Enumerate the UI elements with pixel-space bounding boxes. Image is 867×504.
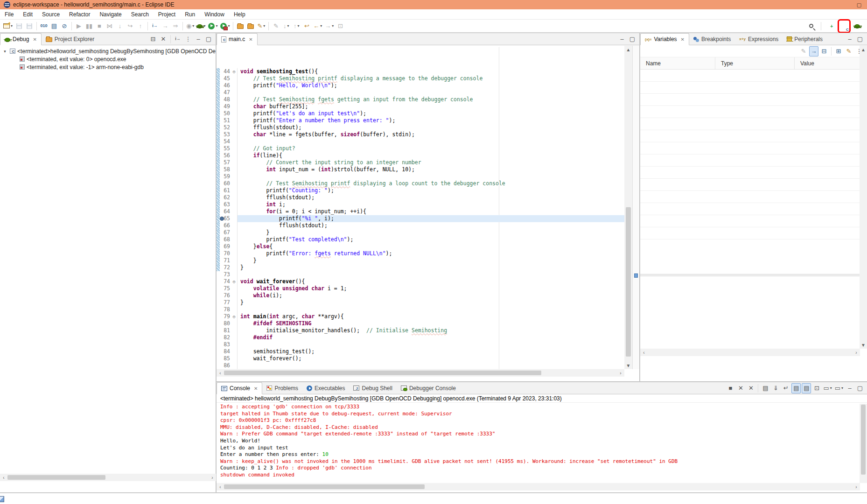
show-logical-structures-button[interactable]: → <box>809 46 818 56</box>
code-line-49[interactable]: 49 char buffer[255]; <box>217 103 624 110</box>
collapse-all-button[interactable]: ⊟ <box>148 34 158 44</box>
collapse-all-button[interactable]: ⊟ <box>819 46 829 56</box>
code-line-76[interactable]: 76 while(i); <box>217 292 624 299</box>
debug-button[interactable]: ▾ <box>196 21 206 31</box>
overview-ruler[interactable] <box>632 46 639 369</box>
pin-console-button[interactable]: ⊡ <box>812 383 821 393</box>
code-line-56[interactable]: 56 if(line){ <box>217 152 624 159</box>
edit-variable-button[interactable]: ✎ <box>844 46 853 56</box>
scroll-up-icon[interactable]: ▲ <box>860 46 867 53</box>
launch-tool-button[interactable]: ✎▾ <box>256 21 266 31</box>
dropdown-arrow-icon[interactable]: ▾ <box>332 24 334 28</box>
tab-debugger-console[interactable]: Debugger Console <box>397 382 460 394</box>
code-line-78[interactable]: 78 <box>217 306 624 313</box>
debug-hscrollbar[interactable]: ‹ › <box>0 474 216 481</box>
code-line-64[interactable]: 64 for(i = 0; i < input_num; ++i){ <box>217 208 624 215</box>
new-cpp-project-button[interactable] <box>246 21 255 31</box>
scrollbar-thumb[interactable] <box>224 484 425 489</box>
code-line-85[interactable]: 85 wait_forever(); <box>217 355 624 362</box>
dropdown-arrow-icon[interactable]: ▾ <box>228 24 230 28</box>
previous-annotation-button[interactable]: ↑▾ <box>292 21 301 31</box>
code-line-67[interactable]: 67 } <box>217 229 624 236</box>
code-line-83[interactable]: 83 <box>217 341 624 348</box>
scroll-up-icon[interactable]: ▲ <box>624 46 632 53</box>
fold-collapse-icon[interactable]: ⊖ <box>231 68 238 75</box>
mark-occurrences-button[interactable]: ✎ <box>271 21 280 31</box>
view-menu-button[interactable]: ⋮ <box>183 34 193 44</box>
new-wizard-button[interactable]: ▾ <box>2 21 14 31</box>
code-line-55[interactable]: 55 // Got input? <box>217 145 624 152</box>
menu-edit[interactable]: Edit <box>18 10 37 19</box>
scrollbar-thumb[interactable] <box>224 371 541 375</box>
profile-button[interactable]: ◉▾ <box>185 21 195 31</box>
dropdown-arrow-icon[interactable]: ▾ <box>192 24 194 28</box>
tab-debug[interactable]: Debug✕ <box>0 33 42 45</box>
fold-collapse-icon[interactable]: ⊖ <box>231 278 238 285</box>
code-line-51[interactable]: 51 printf("Enter a number then press ent… <box>217 117 624 124</box>
variables-vscrollbar[interactable]: ▲ ▼ <box>860 46 867 349</box>
menu-refactor[interactable]: Refactor <box>64 10 95 19</box>
last-edit-location-button[interactable]: ↩ <box>302 21 311 31</box>
code-line-66[interactable]: 66 fflush(stdout); <box>217 222 624 229</box>
editor-vscrollbar[interactable]: ▲ ▼ <box>624 46 632 369</box>
scroll-right-icon[interactable]: › <box>209 474 216 481</box>
scroll-right-icon[interactable]: › <box>617 369 624 377</box>
tab-breakpoints[interactable]: Breakpoints <box>689 33 735 45</box>
forward-button[interactable]: →▾ <box>324 21 335 31</box>
move-to-line-button[interactable]: → <box>161 21 170 31</box>
variables-table[interactable] <box>640 70 867 239</box>
tab-main-c[interactable]: main.c ✕ <box>217 33 258 45</box>
code-line-84[interactable]: 84 semihosting_test(); <box>217 348 624 355</box>
code-line-46[interactable]: 46 printf("Hello, World!\n"); <box>217 82 624 89</box>
minimize-view-button[interactable]: – <box>194 34 203 44</box>
suspend-button[interactable]: ▮▮ <box>84 21 94 31</box>
debug-perspective-button[interactable] <box>853 21 862 31</box>
dropdown-arrow-icon[interactable]: ▾ <box>216 24 217 28</box>
code-line-53[interactable]: 53 char *line = fgets(buffer, sizeof(buf… <box>217 131 624 138</box>
code-line-73[interactable]: 73 <box>217 271 624 278</box>
column-header-type[interactable]: Type <box>715 57 795 69</box>
tab-peripherals[interactable]: Peripherals <box>783 33 827 45</box>
code-line-82[interactable]: 82 #endif <box>217 334 624 341</box>
menu-source[interactable]: Source <box>37 10 64 19</box>
maximize-view-button[interactable]: ▢ <box>628 34 637 44</box>
code-line-79[interactable]: 79⊖int main(int argc, char **argv){ <box>217 313 624 320</box>
console-hscrollbar[interactable]: ‹ › <box>217 483 860 490</box>
code-line-70[interactable]: 70 printf("Error: fgets returned NULL\n"… <box>217 250 624 257</box>
disconnect-button[interactable]: ⋈ <box>105 21 114 31</box>
step-return-button[interactable]: ↑ <box>136 21 145 31</box>
code-line-58[interactable]: 58 int input_num = (int)strtol(buffer, N… <box>217 166 624 173</box>
code-line-72[interactable]: 72} <box>217 264 624 271</box>
terminate-button[interactable]: ■ <box>95 21 104 31</box>
code-line-48[interactable]: 48 // Test Semihosting fgets getting an … <box>217 96 624 103</box>
dropdown-arrow-icon[interactable]: ▾ <box>830 386 832 390</box>
code-line-69[interactable]: 69 }else{ <box>217 243 624 250</box>
menu-window[interactable]: Window <box>200 10 229 19</box>
instruction-stepping-button[interactable]: i→ <box>150 21 160 31</box>
menu-navigate[interactable]: Navigate <box>95 10 126 19</box>
code-line-74[interactable]: 74⊖void wait_forever(){ <box>217 278 624 285</box>
scroll-down-icon[interactable]: ▼ <box>624 362 632 369</box>
column-header-name[interactable]: Name <box>640 57 715 69</box>
tab-console[interactable]: Console✕ <box>217 382 262 394</box>
scroll-down-icon[interactable]: ▼ <box>860 341 867 349</box>
menu-search[interactable]: Search <box>126 10 154 19</box>
scrollbar-thumb[interactable] <box>626 207 631 357</box>
code-editor[interactable]: 44⊖void semihosting_test(){45 // Test Se… <box>217 47 624 369</box>
code-line-44[interactable]: 44⊖void semihosting_test(){ <box>217 68 624 75</box>
minimize-view-button[interactable]: – <box>845 383 854 393</box>
code-line-71[interactable]: 71 } <box>217 257 624 264</box>
instruction-stepping-mode-button[interactable]: i→ <box>173 34 182 44</box>
dropdown-arrow-icon[interactable]: ▾ <box>287 24 289 28</box>
close-tab-icon[interactable]: ✕ <box>33 37 36 42</box>
scroll-left-icon[interactable]: ‹ <box>217 483 224 490</box>
terminate-button[interactable]: ■ <box>726 383 735 393</box>
clear-console-button[interactable]: ▤ <box>761 383 770 393</box>
code-line-63[interactable]: 63 int i; <box>217 201 624 208</box>
open-perspective-button[interactable] <box>826 21 836 31</box>
step-into-button[interactable]: ↓ <box>115 21 125 31</box>
maximize-view-button[interactable]: ▢ <box>855 383 865 393</box>
debug-tree-item[interactable]: ▾<terminated>helloworld_semihosting Debu… <box>0 47 216 55</box>
scrollbar-thumb[interactable] <box>7 475 105 480</box>
debug-launch-tree[interactable]: ▾<terminated>helloworld_semihosting Debu… <box>0 45 216 71</box>
